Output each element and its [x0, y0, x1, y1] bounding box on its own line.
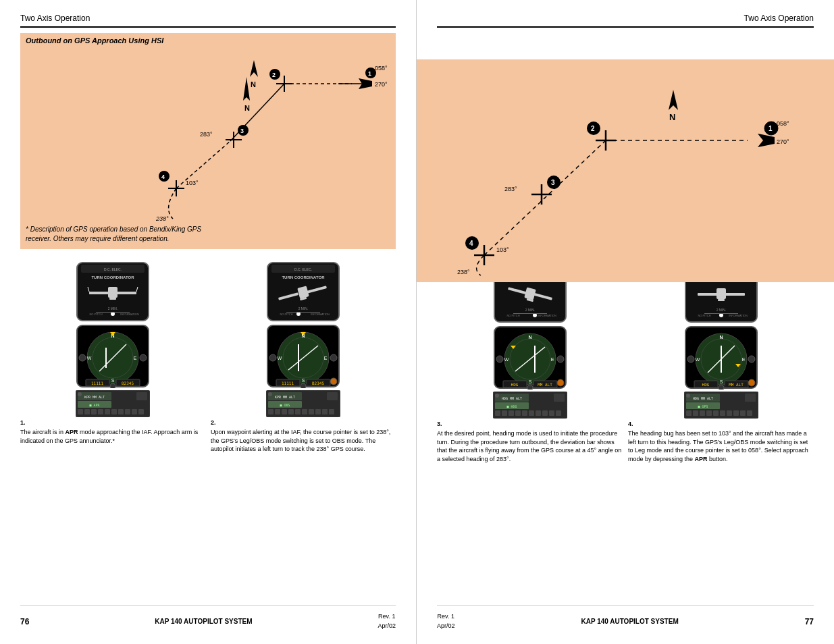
caption-2: Upon waypoint alerting at the IAF, the c…: [211, 428, 396, 454]
svg-text:11111: 11111: [91, 381, 103, 385]
svg-rect-42: [96, 312, 130, 313]
svg-text:D.C. ELEC.: D.C. ELEC.: [712, 269, 730, 273]
svg-point-158: [557, 356, 564, 363]
svg-text:■ HDG: ■ HDG: [506, 404, 517, 408]
svg-rect-171: [515, 410, 521, 416]
svg-rect-33: [116, 292, 136, 294]
svg-rect-218: [686, 410, 692, 416]
svg-text:INFORMATION: INFORMATION: [729, 314, 748, 317]
svg-rect-70: [91, 409, 97, 414]
svg-text:S: S: [111, 378, 115, 383]
svg-rect-185: [716, 288, 726, 299]
svg-rect-119: [275, 409, 280, 414]
svg-text:D.C. ELEC.: D.C. ELEC.: [294, 267, 312, 271]
svg-text:HDG MM ALT: HDG MM ALT: [692, 396, 712, 400]
svg-point-58: [79, 354, 86, 361]
svg-rect-168: [495, 410, 500, 416]
svg-rect-35: [109, 298, 116, 300]
svg-text:N: N: [528, 335, 531, 340]
instrument-col-2: D.C. ELEC. TURN COORDINATOR 2 MIN. NO PI…: [211, 261, 396, 454]
svg-rect-191: [704, 313, 738, 314]
svg-text:INFORMATION: INFORMATION: [311, 313, 330, 316]
svg-point-78: [78, 392, 82, 396]
svg-text:B2345: B2345: [312, 381, 324, 385]
svg-rect-227: [747, 410, 752, 416]
turn-coordinator-4: D.C. ELEC. TURN COORDINATOR 2 MIN. NO PI…: [684, 263, 758, 323]
svg-text:TURN COORDINATOR: TURN COORDINATOR: [509, 277, 552, 281]
svg-marker-26: [250, 60, 258, 77]
svg-text:INFORMATION: INFORMATION: [120, 313, 139, 316]
svg-rect-222: [713, 410, 719, 416]
svg-text:NO PITCH: NO PITCH: [280, 313, 292, 316]
instrument-col-4: D.C. ELEC. TURN COORDINATOR 2 MIN. NO PI…: [628, 263, 814, 463]
right-instruments-row: D.C. ELEC. TURN COORDINATOR 2 MIN. NO PI…: [437, 263, 814, 463]
diagram-footnote: * Description of GPS operation based on …: [26, 225, 215, 244]
svg-rect-73: [111, 409, 117, 414]
hsi-2: N E S W 11111 B2345: [266, 324, 340, 388]
svg-point-209: [719, 385, 724, 390]
svg-rect-169: [502, 410, 507, 416]
svg-text:■ APR: ■ APR: [89, 403, 100, 407]
svg-text:B2345: B2345: [122, 381, 134, 385]
svg-text:3: 3: [240, 128, 244, 134]
instruments-row: D.C. ELEC. TURN COORDINATOR 2 MIN. NO PI…: [20, 261, 396, 454]
svg-text:MM ALT: MM ALT: [538, 382, 552, 387]
svg-rect-226: [740, 410, 746, 416]
turn-coordinator-3: D.C. ELEC. TURN COORDINATOR 2 MIN. NO PI…: [493, 263, 567, 323]
svg-rect-118: [268, 409, 273, 414]
svg-text:4: 4: [161, 173, 165, 180]
svg-rect-220: [700, 410, 705, 416]
svg-text:HDG MM ALT: HDG MM ALT: [501, 396, 521, 400]
svg-rect-34: [108, 287, 118, 298]
svg-rect-126: [322, 409, 328, 414]
svg-rect-32: [89, 292, 109, 294]
left-footer-title: KAP 140 AUTOPILOT SYSTEM: [155, 618, 252, 625]
svg-point-128: [268, 392, 272, 396]
svg-text:E: E: [134, 356, 137, 360]
svg-text:S: S: [719, 379, 723, 384]
svg-text:TURN COORDINATOR: TURN COORDINATOR: [282, 275, 325, 279]
svg-rect-224: [727, 410, 732, 416]
svg-text:D.C. ELEC.: D.C. ELEC.: [104, 267, 122, 271]
svg-point-159: [527, 385, 533, 390]
svg-point-109: [301, 383, 306, 388]
svg-text:S: S: [302, 378, 305, 383]
svg-rect-77: [138, 409, 144, 414]
svg-rect-174: [536, 410, 541, 416]
caption-1: The aircraft is in APR mode approaching …: [20, 428, 205, 445]
left-footer-rev: Rev. 1Apr/02: [377, 612, 396, 630]
svg-rect-72: [105, 409, 110, 414]
instrument-col-1: D.C. ELEC. TURN COORDINATOR 2 MIN. NO PI…: [20, 261, 205, 454]
svg-text:N: N: [251, 80, 256, 88]
hsi-4: N E S W HDG MM ALT: [684, 325, 758, 390]
svg-text:NO PITCH: NO PITCH: [698, 314, 710, 317]
svg-text:INFORMATION: INFORMATION: [538, 314, 556, 317]
svg-rect-123: [302, 409, 307, 414]
svg-point-108: [330, 354, 337, 361]
navigation-diagram: 238° 4 103° 3 283°: [136, 40, 392, 229]
svg-text:058°: 058°: [375, 65, 388, 72]
right-page: Two Axis Operation D.C. ELEC. TURN COORD…: [417, 0, 834, 644]
svg-text:TURN COORDINATOR: TURN COORDINATOR: [700, 277, 743, 281]
turn-coordinator-1: D.C. ELEC. TURN COORDINATOR 2 MIN. NO PI…: [76, 261, 150, 322]
svg-text:2 MIN.: 2 MIN.: [298, 306, 309, 311]
svg-text:238°: 238°: [155, 215, 169, 222]
svg-text:MM ALT: MM ALT: [729, 382, 744, 387]
svg-text:S: S: [528, 379, 531, 384]
svg-rect-120: [282, 409, 287, 414]
svg-rect-71: [98, 409, 103, 414]
svg-text:TURN COORDINATOR: TURN COORDINATOR: [91, 275, 134, 279]
svg-point-207: [687, 356, 694, 363]
instrument-col-3: D.C. ELEC. TURN COORDINATOR 2 MIN. NO PI…: [437, 263, 623, 463]
svg-line-2: [176, 141, 230, 188]
svg-rect-122: [295, 409, 301, 414]
gps-unit-2: KPR MM ALT ■ OBS: [266, 390, 340, 417]
svg-text:NO PITCH: NO PITCH: [506, 314, 519, 317]
svg-rect-76: [132, 409, 137, 414]
svg-rect-69: [84, 409, 90, 414]
left-page-number: 76: [20, 617, 29, 626]
svg-text:N: N: [719, 335, 723, 340]
svg-text:KPR MM ALT: KPR MM ALT: [275, 395, 295, 399]
svg-text:1: 1: [368, 70, 371, 77]
caption-4: The heading bug has been set to 103° and…: [628, 429, 814, 463]
